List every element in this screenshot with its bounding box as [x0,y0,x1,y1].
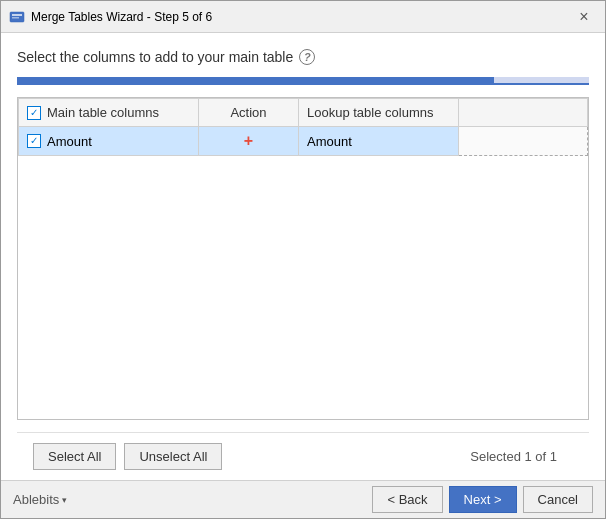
progress-tab-1 [17,77,112,83]
svg-rect-1 [12,14,22,16]
title-bar: Merge Tables Wizard - Step 5 of 6 × [1,1,605,33]
row-checkbox[interactable] [27,134,41,148]
content-area: Select the columns to add to your main t… [1,33,605,480]
selected-count: Selected 1 of 1 [470,449,557,464]
progress-tab-5 [398,77,493,83]
col-header-main: Main table columns [19,99,199,127]
extra-col-cell [459,127,588,156]
progress-tab-2 [112,77,207,83]
footer-buttons: < Back Next > Cancel [372,486,593,513]
cancel-button[interactable]: Cancel [523,486,593,513]
table-row: Amount + Amount [19,127,588,156]
svg-rect-2 [12,17,19,19]
header-checkbox[interactable] [27,106,41,120]
window-title: Merge Tables Wizard - Step 5 of 6 [31,10,571,24]
progress-tab-4 [303,77,398,83]
col-header-lookup: Lookup table columns [299,99,459,127]
next-button[interactable]: Next > [449,486,517,513]
main-col-cell: Amount [19,127,199,156]
footer-bar: Ablebits ▾ < Back Next > Cancel [1,480,605,518]
action-plus-icon: + [244,132,253,149]
unselect-all-button[interactable]: Unselect All [124,443,222,470]
close-button[interactable]: × [571,7,597,27]
wizard-window: Merge Tables Wizard - Step 5 of 6 × Sele… [0,0,606,519]
col-header-action: Action [199,99,299,127]
progress-tab-6 [494,77,589,83]
lookup-col-cell: Amount [299,127,459,156]
page-title: Select the columns to add to your main t… [17,49,293,65]
action-cell: + [199,127,299,156]
app-icon [9,9,25,25]
progress-tabs [17,77,589,85]
header-row: Select the columns to add to your main t… [17,49,589,65]
help-icon[interactable]: ? [299,49,315,65]
brand-logo[interactable]: Ablebits ▾ [13,492,67,507]
brand-label: Ablebits [13,492,59,507]
columns-table-container: Main table columns Action Lookup table c… [17,97,589,420]
columns-table: Main table columns Action Lookup table c… [18,98,588,156]
table-header-row: Main table columns Action Lookup table c… [19,99,588,127]
select-all-button[interactable]: Select All [33,443,116,470]
bottom-left-buttons: Select All Unselect All [33,443,222,470]
col-header-extra [459,99,588,127]
progress-tab-3 [208,77,303,83]
bottom-bar: Select All Unselect All Selected 1 of 1 [17,432,589,480]
back-button[interactable]: < Back [372,486,442,513]
brand-chevron-icon: ▾ [62,495,67,505]
